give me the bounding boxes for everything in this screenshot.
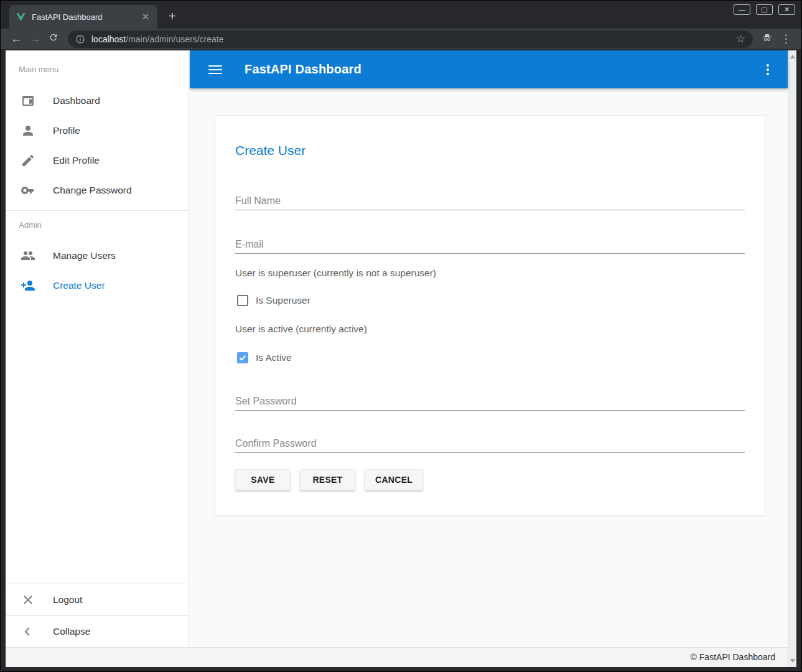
- create-user-card: Create User User is superuser (currently…: [215, 115, 765, 516]
- full-name-field[interactable]: [235, 192, 745, 210]
- sidebar-item-label: Create User: [53, 280, 105, 291]
- menu-hamburger-icon[interactable]: [208, 65, 222, 74]
- pencil-icon: [21, 153, 35, 168]
- app-title: FastAPI Dashboard: [245, 62, 361, 77]
- sidebar-item-profile[interactable]: Profile: [6, 116, 189, 146]
- url-host: localhost: [91, 34, 126, 44]
- dashboard-icon: [21, 93, 35, 108]
- tab-close-icon[interactable]: ✕: [140, 11, 151, 22]
- reload-icon[interactable]: [44, 32, 63, 45]
- sidebar-item-dashboard[interactable]: Dashboard: [6, 86, 189, 116]
- tab-strip: FastAPI Dashboard ✕ + — ▢ ✕: [1, 1, 801, 29]
- incognito-icon: [758, 32, 776, 46]
- maximize-button[interactable]: ▢: [756, 4, 773, 15]
- sidebar-divider: [6, 210, 189, 211]
- chevron-left-icon: [21, 624, 35, 639]
- email-field[interactable]: [235, 235, 745, 254]
- page-content: FastAPI Dashboard Main menu Dashboard: [6, 50, 796, 667]
- reload-glyph: [49, 32, 58, 42]
- minimize-button[interactable]: —: [734, 4, 750, 15]
- checkbox-label: Is Active: [256, 352, 292, 363]
- person-icon: [21, 123, 35, 138]
- tab-title: FastAPI Dashboard: [32, 12, 140, 22]
- url-path: /main/admin/users/create: [126, 34, 223, 44]
- browser-toolbar: ← → localhost/main/admin/users/create ☆: [1, 29, 801, 50]
- is-active-checkbox[interactable]: Is Active: [235, 352, 745, 363]
- app-bar: FastAPI Dashboard: [190, 50, 788, 88]
- checkbox-unchecked-icon[interactable]: [237, 295, 248, 306]
- confirm-password-field[interactable]: [235, 434, 745, 453]
- app-menu-dots-icon[interactable]: [767, 68, 769, 71]
- page-scrollbar[interactable]: [788, 50, 796, 667]
- sidebar-item-label: Manage Users: [53, 250, 116, 261]
- sidebar-item-create-user[interactable]: Create User: [6, 271, 189, 301]
- close-button[interactable]: ✕: [778, 4, 795, 15]
- info-icon[interactable]: [75, 34, 85, 44]
- back-icon[interactable]: ←: [7, 32, 26, 45]
- active-hint: User is active (currently active): [235, 324, 745, 336]
- sidebar-item-label: Profile: [53, 125, 80, 136]
- sidebar-item-logout[interactable]: Logout: [6, 584, 189, 615]
- sidebar-item-change-password[interactable]: Change Password: [6, 175, 189, 205]
- checkbox-checked-icon[interactable]: [237, 352, 248, 363]
- copyright-text: © FastAPI Dashboard: [691, 652, 775, 662]
- checkbox-label: Is Superuser: [256, 295, 310, 306]
- close-x-icon: [21, 592, 35, 607]
- url-bar[interactable]: localhost/main/admin/users/create ☆: [68, 30, 753, 48]
- sidebar-section-main-menu: Main menu: [19, 65, 189, 77]
- sidebar-item-label: Collapse: [53, 626, 90, 637]
- sidebar-item-manage-users[interactable]: Manage Users: [6, 241, 189, 271]
- new-tab-button[interactable]: +: [164, 7, 181, 25]
- scrollbar-down-icon[interactable]: [790, 659, 795, 663]
- save-button[interactable]: SAVE: [235, 469, 291, 490]
- page-title: Create User: [235, 143, 745, 159]
- people-icon: [21, 248, 35, 263]
- browser-window: FastAPI Dashboard ✕ + — ▢ ✕ ← → localhos…: [0, 0, 802, 672]
- key-icon: [21, 183, 35, 198]
- browser-menu-icon[interactable]: ⋮: [776, 32, 795, 45]
- sidebar-item-label: Dashboard: [53, 95, 100, 106]
- sidebar-item-edit-profile[interactable]: Edit Profile: [6, 146, 189, 175]
- bookmark-star-icon[interactable]: ☆: [736, 32, 745, 45]
- browser-tab[interactable]: FastAPI Dashboard ✕: [9, 5, 157, 29]
- forward-icon[interactable]: →: [26, 32, 44, 45]
- superuser-hint: User is superuser (currently is not a su…: [235, 268, 745, 280]
- is-superuser-checkbox[interactable]: Is Superuser: [235, 295, 745, 306]
- url-text: localhost/main/admin/users/create: [91, 34, 223, 44]
- sidebar-item-label: Logout: [53, 594, 82, 605]
- sidebar-item-collapse[interactable]: Collapse: [6, 616, 189, 647]
- cancel-button[interactable]: CANCEL: [365, 469, 423, 490]
- scrollbar-up-icon[interactable]: [790, 55, 795, 58]
- sidebar-item-label: Change Password: [53, 185, 132, 196]
- sidebar-section-admin: Admin: [19, 220, 189, 233]
- reset-button[interactable]: RESET: [300, 469, 355, 490]
- set-password-field[interactable]: [235, 392, 745, 411]
- person-add-icon: [21, 278, 35, 293]
- sidebar-item-label: Edit Profile: [53, 155, 100, 166]
- vue-logo-icon: [16, 12, 26, 22]
- page-footer: © FastAPI Dashboard: [6, 647, 788, 667]
- sidebar: Main menu Dashboard Profile: [6, 50, 189, 647]
